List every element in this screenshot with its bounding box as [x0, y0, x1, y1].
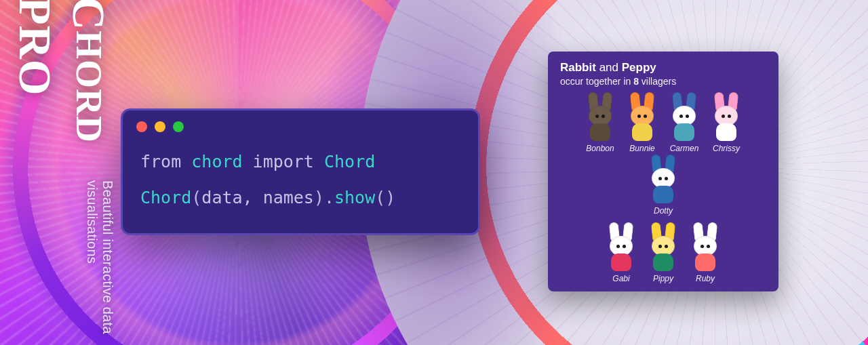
- villager-icon: [667, 96, 701, 141]
- villager-icon: [583, 96, 617, 141]
- product-title: CHORD PRO: [8, 0, 115, 178]
- villager-item: Dotty: [644, 159, 683, 216]
- code-sample-card: from chord import Chord Chord(data, name…: [121, 108, 480, 235]
- tooltip-and: and: [599, 61, 618, 74]
- villager-label: Bunnie: [629, 144, 654, 153]
- villager-label: Bonbon: [586, 144, 614, 153]
- tooltip-sub-pre: occur together in: [560, 76, 633, 87]
- tooltip-cat-b: Peppy: [622, 61, 656, 74]
- villager-item: Pippy: [644, 226, 683, 283]
- villager-item: Carmen: [665, 96, 704, 153]
- villager-icon: [625, 96, 659, 141]
- code-kw-import: import: [253, 152, 314, 171]
- title-pro: PRO: [9, 0, 61, 96]
- villager-label: Dotty: [654, 206, 673, 216]
- product-title-block: CHORD PRO Beautiful interactive data vis…: [8, 0, 115, 345]
- tooltip-count: 8: [633, 76, 639, 87]
- tooltip-subtitle: occur together in 8 villagers: [560, 76, 766, 87]
- tooltip-cat-a: Rabbit: [560, 61, 596, 74]
- window-traffic-lights: [123, 110, 478, 138]
- villager-item: Bunnie: [623, 96, 662, 153]
- minimize-icon[interactable]: [155, 121, 165, 132]
- villager-icon: [646, 159, 680, 203]
- code-class: Chord: [324, 152, 375, 171]
- villager-label: Carmen: [670, 144, 699, 153]
- villager-icon: [709, 96, 743, 141]
- villager-label: Pippy: [653, 274, 673, 283]
- title-rest: HORD: [68, 31, 109, 143]
- villager-item: Ruby: [686, 226, 725, 283]
- code-kw-from: from: [140, 152, 181, 171]
- maximize-icon[interactable]: [173, 121, 184, 132]
- villager-item: Bonbon: [580, 96, 620, 153]
- code-ctor: Chord: [140, 188, 191, 207]
- villager-label: Chrissy: [713, 144, 740, 153]
- villager-label: Gabi: [612, 274, 629, 283]
- villager-item: Chrissy: [707, 96, 746, 153]
- tooltip-title: Rabbit and Peppy: [560, 61, 766, 75]
- tooltip-sub-post: villagers: [639, 76, 676, 87]
- villager-item: Gabi: [601, 226, 641, 283]
- close-icon[interactable]: [136, 121, 147, 132]
- villager-grid: BonbonBunnieCarmenChrissyDottyGabiPippyR…: [560, 96, 766, 283]
- product-subtitle: Beautiful interactive data visualisation…: [8, 180, 115, 345]
- code-block: from chord import Chord Chord(data, name…: [123, 138, 478, 216]
- villager-icon: [646, 226, 680, 271]
- villager-label: Ruby: [696, 274, 715, 283]
- code-module: chord: [191, 152, 242, 171]
- title-cap: C: [63, 0, 115, 31]
- villager-icon: [688, 226, 722, 271]
- villager-icon: [604, 226, 638, 271]
- code-args: data, names: [201, 188, 314, 207]
- chord-tooltip: Rabbit and Peppy occur together in 8 vil…: [548, 52, 778, 291]
- code-method: show: [334, 188, 375, 207]
